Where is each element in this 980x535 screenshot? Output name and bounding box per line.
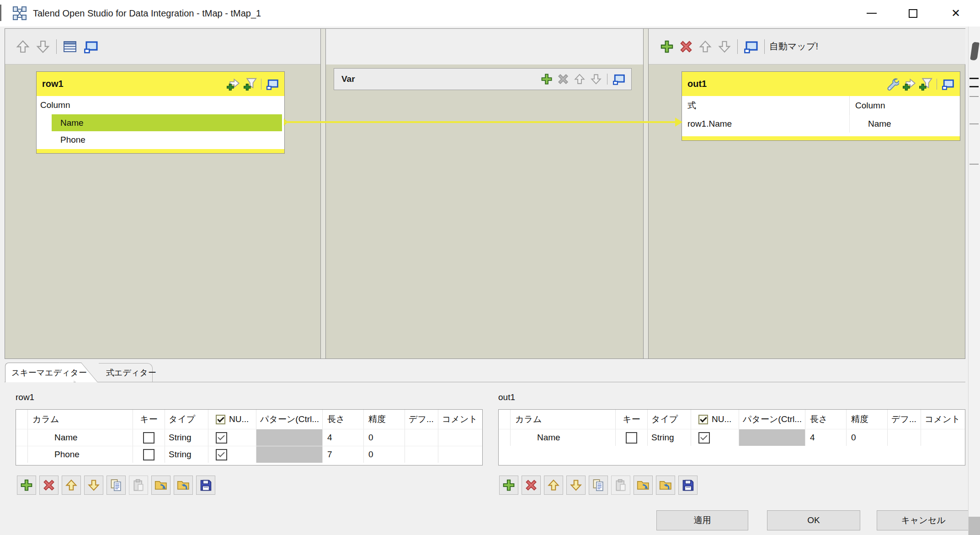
nullable-all-checkbox[interactable] — [216, 415, 225, 424]
output-columns-header: 式 Column — [682, 96, 960, 115]
ok-button[interactable]: OK — [767, 510, 860, 530]
add-link-button[interactable] — [902, 77, 916, 91]
schema-move-down-button[interactable] — [566, 476, 586, 495]
cell-default[interactable] — [405, 446, 438, 463]
tab-schema-editor[interactable]: スキーマエディター — [5, 363, 74, 382]
maximize-button[interactable] — [898, 0, 928, 27]
window-icon — [266, 78, 279, 91]
cancel-button[interactable]: キャンセル — [877, 510, 970, 530]
schema-save-button[interactable] — [196, 476, 215, 495]
automap-button[interactable]: 自動マップ! — [769, 40, 818, 53]
cell-pattern[interactable] — [256, 429, 323, 446]
cell-type[interactable]: String — [648, 429, 691, 446]
move-up-table-button[interactable] — [14, 38, 32, 55]
cell-pattern[interactable] — [256, 446, 323, 463]
cell-precision[interactable]: 0 — [847, 429, 888, 446]
minimize-table-button[interactable] — [941, 77, 955, 91]
pattern-field[interactable] — [739, 429, 805, 446]
cell-length[interactable]: 7 — [323, 446, 364, 463]
key-checkbox[interactable] — [143, 449, 154, 460]
schema-export-button[interactable] — [656, 476, 675, 495]
add-link-button[interactable] — [226, 77, 240, 91]
x-icon — [43, 479, 55, 492]
move-down-output-button[interactable] — [716, 38, 733, 55]
tab-expression-editor[interactable]: 式エディター — [99, 363, 153, 382]
nullable-checkbox[interactable] — [698, 432, 710, 444]
schema-row[interactable]: Name String 4 0 — [16, 429, 482, 446]
cell-precision[interactable]: 0 — [364, 429, 405, 446]
schema-paste-button[interactable] — [611, 476, 630, 495]
cell-key — [133, 446, 165, 463]
close-button[interactable]: ✕ — [941, 0, 971, 27]
minimize-button[interactable] — [857, 0, 887, 27]
apply-button[interactable]: 適用 — [656, 510, 748, 530]
schema-move-up-button[interactable] — [62, 476, 81, 495]
schema-add-button[interactable] — [17, 476, 36, 495]
cell-precision[interactable]: 0 — [364, 446, 405, 463]
toolbar-separator — [937, 79, 937, 90]
header-type: タイプ — [648, 410, 691, 429]
nullable-checkbox[interactable] — [216, 449, 227, 460]
cell-comment[interactable] — [921, 429, 965, 446]
cell-type[interactable]: String — [165, 429, 208, 446]
schema-remove-button[interactable] — [39, 476, 59, 495]
source-row-name[interactable]: Name — [37, 114, 284, 131]
cell-column[interactable]: Phone — [28, 446, 133, 463]
copy-icon — [110, 479, 122, 492]
pattern-field[interactable] — [256, 446, 322, 463]
minimize-tables-button[interactable] — [742, 38, 760, 55]
cell-length[interactable]: 4 — [323, 429, 364, 446]
cell-length[interactable]: 4 — [805, 429, 847, 446]
schema-copy-button[interactable] — [107, 476, 126, 495]
tmap-settings-button[interactable] — [885, 77, 900, 91]
key-checkbox[interactable] — [143, 432, 154, 444]
schema-move-up-button[interactable] — [544, 476, 563, 495]
schema-import-button[interactable] — [634, 476, 653, 495]
move-down-table-button[interactable] — [34, 38, 52, 55]
schema-export-button[interactable] — [174, 476, 193, 495]
panel-splitter-right[interactable] — [643, 29, 649, 358]
output-table-out1: out1 式 Column row1.Name Name — [682, 71, 960, 141]
minimize-table-button[interactable] — [265, 77, 280, 91]
key-checkbox[interactable] — [626, 432, 637, 444]
move-down-var-button[interactable] — [589, 72, 603, 86]
cell-default[interactable] — [888, 429, 921, 446]
remove-var-button[interactable] — [556, 72, 570, 86]
add-var-button[interactable] — [539, 72, 554, 86]
scrollbar-thumb[interactable] — [969, 517, 980, 535]
cell-comment[interactable] — [438, 446, 482, 463]
output-mapping-row[interactable]: row1.Name Name — [682, 115, 960, 133]
move-up-output-button[interactable] — [697, 38, 714, 55]
schema-add-button[interactable] — [499, 476, 518, 495]
schema-paste-button[interactable] — [129, 476, 148, 495]
cell-column[interactable]: Name — [511, 429, 616, 446]
schema-remove-button[interactable] — [522, 476, 541, 495]
mapping-expression-cell[interactable]: row1.Name — [682, 115, 850, 133]
panel-splitter-left[interactable] — [320, 29, 326, 358]
pattern-field[interactable] — [256, 429, 322, 446]
schema-move-down-button[interactable] — [84, 476, 103, 495]
schema-row[interactable]: Name String 4 0 — [499, 429, 965, 446]
cell-comment[interactable] — [438, 429, 482, 446]
source-row-phone[interactable]: Phone — [37, 131, 284, 148]
add-filter-button[interactable] — [918, 77, 933, 91]
add-output-button[interactable] — [659, 38, 675, 55]
move-up-var-button[interactable] — [572, 72, 587, 86]
schema-save-button[interactable] — [678, 476, 698, 495]
schema-import-button[interactable] — [151, 476, 170, 495]
header-column: カラム — [28, 410, 133, 429]
mapping-link-line[interactable] — [285, 121, 676, 123]
add-filter-button[interactable] — [243, 77, 257, 91]
schema-row[interactable]: Phone String 7 0 — [16, 446, 482, 463]
nullable-checkbox[interactable] — [216, 432, 227, 444]
cell-pattern[interactable] — [739, 429, 805, 446]
remove-output-button[interactable] — [678, 38, 694, 55]
minimize-tables-button[interactable] — [82, 38, 100, 55]
table-view-button[interactable] — [61, 38, 79, 55]
cell-type[interactable]: String — [165, 446, 208, 463]
cell-default[interactable] — [405, 429, 438, 446]
schema-copy-button[interactable] — [589, 476, 608, 495]
nullable-all-checkbox[interactable] — [698, 415, 708, 424]
minimize-var-button[interactable] — [611, 71, 627, 87]
cell-column[interactable]: Name — [28, 429, 133, 446]
